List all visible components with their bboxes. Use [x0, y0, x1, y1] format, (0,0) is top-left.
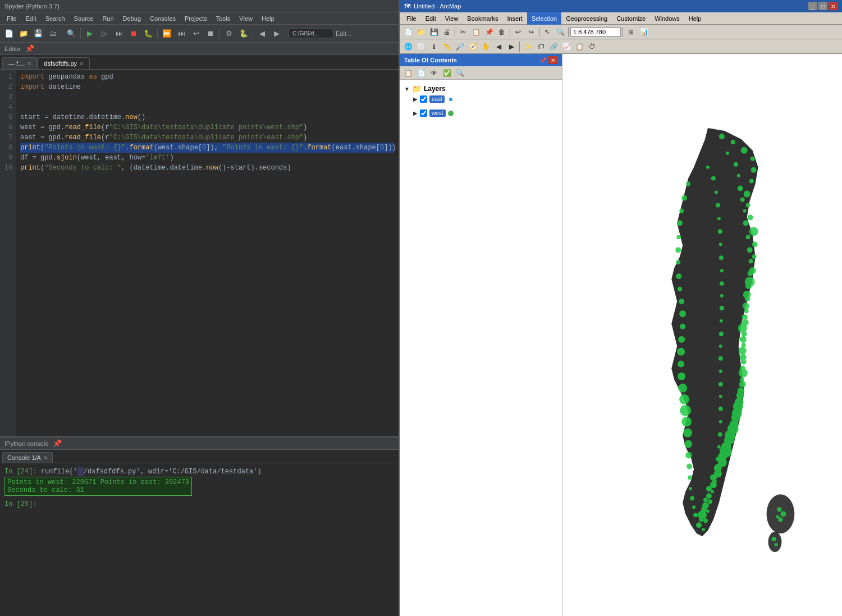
- arc-save-btn[interactable]: 💾: [428, 26, 440, 38]
- arc-print-btn[interactable]: 🖨: [441, 26, 453, 38]
- code-editor[interactable]: 1 2 3 4 5 6 7 8 9 10 import geopandas as…: [0, 70, 399, 436]
- toc-close-btn[interactable]: ✕: [548, 56, 557, 64]
- toc-select-btn[interactable]: ✅: [441, 67, 453, 79]
- arc-identify-btn[interactable]: 🔎: [454, 40, 466, 53]
- toc-source-btn[interactable]: 📄: [415, 67, 427, 79]
- debug-btn[interactable]: 🐛: [141, 27, 155, 40]
- arc-menu-windows[interactable]: Windows: [650, 12, 684, 25]
- new-file-btn[interactable]: 📄: [2, 27, 16, 40]
- open-file-btn[interactable]: 📁: [17, 27, 30, 40]
- menu-source[interactable]: Source: [70, 12, 98, 25]
- arc-pan-btn[interactable]: ✋: [479, 40, 492, 53]
- python-btn[interactable]: 🐍: [237, 27, 250, 40]
- arc-zoomin-btn[interactable]: 🔍: [554, 26, 566, 38]
- active-tab-close[interactable]: ✕: [79, 61, 84, 67]
- toc-pin-btn[interactable]: 📌: [538, 56, 547, 64]
- svg-point-124: [716, 457, 720, 462]
- toc-expand-icon[interactable]: ▼: [404, 86, 410, 92]
- save-btn[interactable]: 💾: [31, 27, 45, 40]
- arc-menu-insert[interactable]: Insert: [502, 12, 527, 25]
- active-tab[interactable]: dsfsdfdfs.py ✕: [38, 57, 90, 69]
- arc-delete-btn[interactable]: 🗑: [496, 26, 508, 38]
- arc-select-btn[interactable]: ⬜: [415, 40, 427, 53]
- stop-btn[interactable]: ⏹: [127, 27, 140, 40]
- arc-prev-btn[interactable]: ◀: [492, 40, 505, 53]
- continue-btn[interactable]: ⏭: [175, 27, 188, 40]
- arc-attribute-btn[interactable]: 🏷: [534, 40, 547, 53]
- abort-btn[interactable]: ⏹: [204, 27, 217, 40]
- arc-report-btn[interactable]: 📋: [573, 40, 585, 53]
- arc-grid-btn[interactable]: ⊞: [625, 26, 637, 38]
- step-btn[interactable]: ⏩: [160, 27, 173, 40]
- arc-globe-btn[interactable]: 🌐: [402, 40, 414, 53]
- inactive-tab-close[interactable]: ✕: [27, 61, 31, 67]
- arc-highlight-btn[interactable]: ✨: [521, 40, 534, 53]
- menu-debug[interactable]: Debug: [118, 12, 145, 25]
- editor-toggle-btn[interactable]: 📌: [23, 42, 36, 56]
- arc-menu-customize[interactable]: Customize: [612, 12, 650, 25]
- arc-menu-file[interactable]: File: [402, 12, 421, 25]
- menu-run[interactable]: Run: [98, 12, 118, 25]
- console-output-area[interactable]: In [24]: runfile(' /dsfsdfdfs.py', wdir=…: [0, 463, 399, 616]
- arc-menu-help[interactable]: Help: [684, 12, 706, 25]
- menu-search[interactable]: Search: [41, 12, 70, 25]
- arc-hyperlink-btn[interactable]: 🔗: [547, 40, 560, 53]
- arc-sep1: [455, 27, 455, 37]
- map-view[interactable]: [562, 54, 842, 616]
- arc-table-btn[interactable]: 📊: [638, 26, 650, 38]
- scale-display[interactable]: 1:8 478 780: [570, 28, 621, 36]
- arc-menu-view[interactable]: View: [441, 12, 463, 25]
- run-select-btn[interactable]: ⏭: [112, 27, 126, 40]
- menu-file[interactable]: File: [2, 12, 21, 25]
- code-text[interactable]: import geopandas as gpd import datetime …: [16, 70, 399, 436]
- arc-pointer-btn[interactable]: ↖: [541, 26, 553, 38]
- arc-navigate-btn[interactable]: 🧭: [466, 40, 479, 53]
- save-all-btn[interactable]: 🗂: [46, 27, 60, 40]
- minimize-btn[interactable]: _: [808, 2, 817, 10]
- forward-btn[interactable]: ▶: [270, 27, 283, 40]
- toc-west-expand[interactable]: ▶: [413, 110, 418, 116]
- menu-edit[interactable]: Edit: [21, 12, 41, 25]
- toc-group-row[interactable]: ▼ 📁 Layers: [404, 83, 557, 94]
- menu-projects[interactable]: Projects: [180, 12, 212, 25]
- arc-menu-selection[interactable]: Selection: [527, 12, 561, 25]
- toc-visibility-btn[interactable]: 👁: [428, 67, 440, 79]
- console-toggle[interactable]: 📌: [51, 437, 64, 450]
- menu-help[interactable]: Help: [257, 12, 279, 25]
- arc-redo-btn[interactable]: ↪: [525, 26, 537, 38]
- toc-list-btn[interactable]: 📋: [402, 67, 414, 79]
- run-cell-btn[interactable]: ▷: [98, 27, 111, 40]
- toc-search-btn[interactable]: 🔍: [454, 67, 466, 79]
- preferences-btn[interactable]: ⚙: [222, 27, 236, 40]
- arc-info-btn[interactable]: ℹ: [428, 40, 440, 53]
- arc-open-btn[interactable]: 📁: [415, 26, 427, 38]
- menu-consoles[interactable]: Consoles: [145, 12, 180, 25]
- arc-graph-btn[interactable]: 📈: [560, 40, 573, 53]
- arc-menu-geoprocessing[interactable]: Geoprocessing: [561, 12, 612, 25]
- maximize-btn[interactable]: □: [818, 2, 827, 10]
- inactive-tab[interactable]: — f.... ✕: [2, 57, 38, 69]
- console-tab-close[interactable]: ✕: [43, 455, 48, 461]
- back-btn[interactable]: ◀: [255, 27, 269, 40]
- menu-tools[interactable]: Tools: [212, 12, 235, 25]
- arc-menu-edit[interactable]: Edit: [421, 12, 441, 25]
- find-btn[interactable]: 🔍: [65, 27, 78, 40]
- arc-copy-btn[interactable]: 📋: [470, 26, 482, 38]
- console-tab-1[interactable]: Console 1/A ✕: [2, 452, 53, 463]
- toc-west-checkbox[interactable]: [420, 109, 427, 117]
- arc-new-btn[interactable]: 📄: [402, 26, 414, 38]
- arc-menu-bookmarks[interactable]: Bookmarks: [463, 12, 502, 25]
- arc-cut-btn[interactable]: ✂: [457, 26, 469, 38]
- arc-measure-btn[interactable]: 📏: [441, 40, 453, 53]
- arc-undo-btn[interactable]: ↩: [512, 26, 524, 38]
- close-btn[interactable]: ✕: [829, 2, 838, 10]
- arc-time-btn[interactable]: ⏱: [586, 40, 598, 53]
- toc-east-expand[interactable]: ▶: [413, 96, 418, 102]
- svg-point-19: [742, 314, 748, 320]
- arc-paste-btn[interactable]: 📌: [483, 26, 495, 38]
- next-btn[interactable]: ↩: [189, 27, 203, 40]
- arc-next-btn[interactable]: ▶: [505, 40, 518, 53]
- run-btn[interactable]: ▶: [83, 27, 97, 40]
- menu-view[interactable]: View: [235, 12, 257, 25]
- toc-east-checkbox[interactable]: [420, 95, 427, 103]
